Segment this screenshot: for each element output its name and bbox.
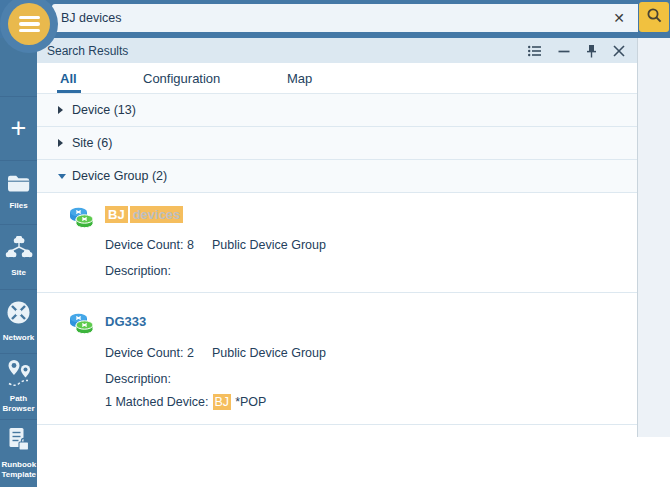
tab-bar: All Configuration Map (37, 63, 637, 94)
sidebar-item-label: Files (2, 201, 36, 211)
plus-icon: + (11, 115, 27, 142)
result-meta-row: Device Count: 2 Public Device Group (105, 346, 326, 360)
sidebar-item-label: Path Browser (2, 394, 36, 415)
search-icon (646, 7, 663, 28)
pin-icon[interactable] (586, 44, 597, 58)
site-tree-icon (5, 236, 33, 264)
matched-device-prefix: 1 Matched Device: (105, 395, 209, 409)
result-meta-row: Device Count: 8 Public Device Group (105, 238, 326, 252)
matched-device-row: 1 Matched Device:BJ*POP (105, 395, 266, 409)
sidebar-item-network[interactable]: Network (0, 289, 37, 353)
sidebar-item-runbook-template[interactable]: Runbook Template (0, 419, 37, 487)
device-count: Device Count: 2 (105, 346, 212, 360)
path-browser-icon (6, 359, 32, 390)
section-label: Device Group (2) (72, 169, 167, 183)
result-card-dg333: DG333 Device Count: 2 Public Device Grou… (37, 293, 637, 425)
tab-map[interactable]: Map (287, 63, 312, 93)
sidebar-item-site[interactable]: Site (0, 224, 37, 289)
device-group-icon (68, 311, 94, 339)
result-card-bj-devices: BJdevices Device Count: 8 Public Device … (37, 193, 637, 293)
device-count: Device Count: 8 (105, 238, 212, 252)
chevron-right-icon (58, 139, 72, 147)
sidebar-item-label: Runbook Template (2, 460, 36, 481)
panel-header-icons (528, 44, 625, 58)
section-device[interactable]: Device (13) (37, 94, 637, 127)
section-label: Site (6) (72, 136, 112, 150)
top-search-bar: ✕ (0, 0, 670, 38)
sidebar-item-label: Site (2, 268, 36, 278)
description-label: Description: (105, 372, 171, 386)
tab-all[interactable]: All (60, 63, 77, 93)
group-type: Public Device Group (212, 238, 326, 252)
device-group-icon (68, 205, 94, 233)
chevron-down-icon (58, 174, 72, 179)
sidebar-item-label: Network (2, 333, 36, 343)
panel-title: Search Results (47, 44, 128, 58)
section-label: Device (13) (72, 103, 136, 117)
highlighted-match-text: BJ (213, 394, 232, 410)
chevron-right-icon (58, 106, 72, 114)
section-device-group[interactable]: Device Group (2) (37, 160, 637, 193)
search-input[interactable] (52, 4, 601, 32)
description-label: Description: (105, 264, 171, 278)
search-results-panel: Search Results (37, 38, 637, 487)
app-window: ✕ + Fil (0, 0, 670, 487)
matched-device-suffix: *POP (235, 395, 266, 409)
list-view-icon[interactable] (528, 45, 542, 57)
tab-configuration[interactable]: Configuration (143, 63, 220, 93)
highlighted-match-text: BJ (105, 206, 128, 223)
main-menu-button[interactable] (8, 3, 50, 45)
sidebar: + Files (0, 38, 37, 487)
result-title-bj-devices[interactable]: BJdevices (105, 207, 183, 222)
search-box: ✕ (52, 4, 638, 32)
folder-icon (7, 174, 31, 197)
sidebar-item-files[interactable]: Files (0, 160, 37, 224)
group-type: Public Device Group (212, 346, 326, 360)
clear-search-icon[interactable]: ✕ (610, 9, 628, 27)
network-icon (6, 300, 31, 329)
panel-header: Search Results (37, 38, 637, 63)
section-site[interactable]: Site (6) (37, 127, 637, 160)
sidebar-item-add[interactable]: + (0, 96, 37, 160)
result-title-dg333[interactable]: DG333 (105, 314, 146, 329)
runbook-template-icon (7, 427, 30, 456)
minimize-icon[interactable] (558, 45, 570, 57)
close-icon[interactable] (613, 45, 625, 57)
search-button[interactable] (639, 2, 669, 32)
sidebar-item-path-browser[interactable]: Path Browser (0, 353, 37, 419)
background-area (637, 38, 670, 437)
highlighted-rest-text: devices (130, 206, 184, 223)
